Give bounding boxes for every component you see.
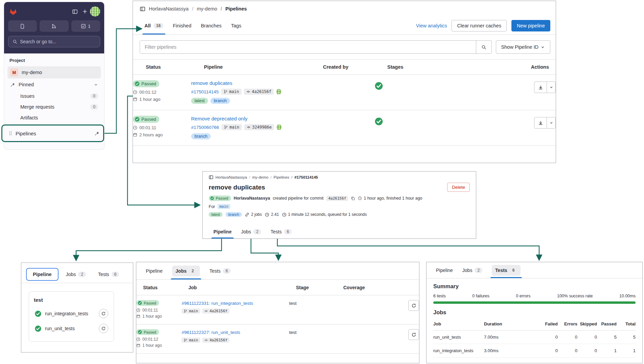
- commit-chip[interactable]: 4a26156f: [244, 89, 274, 95]
- check-circle-icon: [135, 81, 140, 86]
- tab-count: 16: [154, 23, 163, 28]
- job-link[interactable]: #9611122331: run_integraton_tests: [182, 301, 253, 306]
- job-name[interactable]: run_unit_tests: [45, 326, 75, 331]
- sidebar-item-pinned[interactable]: Pinned: [7, 78, 101, 91]
- download-artifacts-button[interactable]: [534, 117, 556, 129]
- pipeline-title-link[interactable]: Remove deprecated only: [191, 116, 248, 121]
- search-input[interactable]: Search or go to...: [8, 36, 100, 47]
- branch-tag: branch: [210, 98, 230, 104]
- commit-chip[interactable]: 4a26156f: [202, 338, 230, 343]
- column-skipped: Skipped: [577, 321, 597, 326]
- retry-job-button[interactable]: [408, 300, 419, 311]
- tab-tests[interactable]: Tests 6: [266, 225, 296, 238]
- tab-jobs[interactable]: Jobs 2: [458, 262, 487, 278]
- clock-icon: [358, 196, 362, 200]
- delete-button[interactable]: Delete: [447, 183, 470, 192]
- jobs-table-header: Status Job Stage Coverage: [136, 280, 419, 295]
- user-avatar[interactable]: [90, 6, 100, 17]
- sidebar-item-project[interactable]: M my-demo: [7, 66, 101, 78]
- breadcrumb-group[interactable]: HorlavaNastassya: [149, 6, 189, 12]
- clear-runner-caches-button[interactable]: Clear runner caches: [452, 20, 507, 31]
- tab-jobs[interactable]: Jobs 2: [167, 262, 205, 279]
- commit-author-avatar[interactable]: [276, 124, 282, 130]
- sidebar-item-artifacts[interactable]: Artifacts: [4, 112, 104, 123]
- sidebar-item-issues[interactable]: Issues 0: [4, 91, 104, 101]
- view-analytics-link[interactable]: View analytics: [416, 23, 447, 28]
- branch-tag: branch: [226, 212, 242, 217]
- todos-shortcut-button[interactable]: 1: [71, 20, 100, 32]
- commit-chip[interactable]: 4a26156f: [326, 196, 348, 201]
- tab-pipeline[interactable]: Pipeline: [431, 262, 458, 278]
- tab-tests[interactable]: Tests 6: [205, 262, 235, 279]
- branch-chip[interactable]: main: [182, 338, 200, 343]
- filter-search-button[interactable]: [476, 41, 491, 53]
- commit-icon: [246, 90, 250, 94]
- stage-passed-icon[interactable]: [374, 82, 383, 90]
- tab-tags[interactable]: Tags: [226, 17, 246, 35]
- tab-pipeline[interactable]: Pipeline: [26, 268, 59, 281]
- create-new-icon[interactable]: [80, 6, 90, 17]
- tab-tests[interactable]: Tests 6: [93, 268, 124, 281]
- sidebar-header: 1 Search or go to...: [4, 2, 104, 53]
- tab-jobs[interactable]: Jobs 2: [61, 268, 91, 281]
- job-link[interactable]: #9611122327: run_unit_tests: [182, 330, 240, 335]
- test-duration: 3.00ms: [484, 348, 538, 353]
- commit-author-avatar[interactable]: [276, 89, 281, 94]
- copy-icon[interactable]: [351, 196, 355, 201]
- detail-tabs-row: Pipeline Jobs 2 Tests 6: [209, 225, 470, 238]
- show-pipeline-id-dropdown[interactable]: Show Pipeline ID: [496, 40, 550, 54]
- download-artifacts-button[interactable]: [534, 82, 556, 93]
- sidebar-item-merge-requests[interactable]: Merge requests 0: [4, 101, 104, 112]
- tab-finished[interactable]: Finished: [168, 17, 196, 35]
- status-action-text: created pipeline for commit: [273, 196, 323, 201]
- pipeline-id-link[interactable]: #1750060766: [191, 125, 219, 130]
- filter-pipelines-input[interactable]: [140, 41, 476, 53]
- status-badge: Passed: [136, 300, 159, 306]
- merge-requests-shortcut-button[interactable]: [40, 20, 68, 32]
- sidebar-body: Project M my-demo Pinned Issues 0 Merge …: [4, 53, 104, 143]
- tab-jobs[interactable]: Jobs 2: [236, 225, 266, 238]
- retry-job-button[interactable]: [408, 329, 419, 340]
- issues-shortcut-button[interactable]: [8, 20, 37, 32]
- tab-pipeline[interactable]: Pipeline: [141, 262, 167, 279]
- tab-pipeline[interactable]: Pipeline: [209, 225, 236, 238]
- pipeline-title-link[interactable]: remove duplicates: [191, 80, 232, 86]
- test-job-name[interactable]: run_unit_tests: [433, 335, 484, 340]
- job-cell: #9611122327: run_unit_tests main 4a26156…: [182, 329, 289, 343]
- branch-chip[interactable]: main: [182, 309, 200, 314]
- breadcrumb-pipeline-id: #1750114145: [289, 175, 318, 179]
- sidebar-toggle-icon[interactable]: [70, 6, 80, 17]
- gitlab-logo[interactable]: [8, 6, 18, 17]
- branch-chip[interactable]: main: [221, 89, 242, 95]
- sidebar-toggle-icon[interactable]: [140, 6, 145, 12]
- sidebar-item-pipelines[interactable]: Pipelines: [4, 127, 104, 140]
- column-status: Status: [143, 285, 188, 290]
- breadcrumb-project[interactable]: my-demo: [189, 6, 217, 12]
- job-name[interactable]: run_integraton_tests: [45, 311, 88, 316]
- tests-panel: Pipeline Jobs 2 Tests 6 Summary 6 tests …: [426, 262, 643, 363]
- issues-count: 0: [90, 93, 98, 99]
- pipeline-id-link[interactable]: #1750114145: [191, 89, 219, 94]
- new-pipeline-button[interactable]: New pipeline: [511, 20, 550, 31]
- stage-passed-icon[interactable]: [374, 117, 383, 126]
- compute-minutes: 2.41: [265, 212, 279, 217]
- pipeline-author[interactable]: HorlavaNastassya: [234, 196, 270, 201]
- latest-tag: latest: [191, 98, 208, 104]
- pin-icon[interactable]: [94, 131, 99, 136]
- branch-chip[interactable]: main: [222, 124, 242, 130]
- tab-tests[interactable]: Tests 6: [487, 262, 525, 278]
- test-job-name[interactable]: run_integraton_tests: [433, 348, 484, 353]
- commit-chip[interactable]: 3249986e: [244, 124, 274, 130]
- branch-chip[interactable]: main: [217, 204, 231, 209]
- clock-icon: [136, 308, 140, 312]
- commit-chip[interactable]: 4a26156f: [202, 309, 230, 314]
- breadcrumb-project[interactable]: my-demo: [247, 175, 268, 179]
- breadcrumb-group[interactable]: HorlavaNastassya: [215, 175, 247, 179]
- breadcrumb-page[interactable]: Pipelines: [268, 175, 289, 179]
- tab-all[interactable]: All 16: [140, 17, 168, 35]
- tab-branches[interactable]: Branches: [196, 17, 226, 35]
- retry-job-button[interactable]: [99, 309, 108, 318]
- sidebar-toggle-icon[interactable]: [209, 175, 213, 180]
- retry-job-button[interactable]: [99, 324, 108, 333]
- chevron-down-icon: [540, 45, 545, 49]
